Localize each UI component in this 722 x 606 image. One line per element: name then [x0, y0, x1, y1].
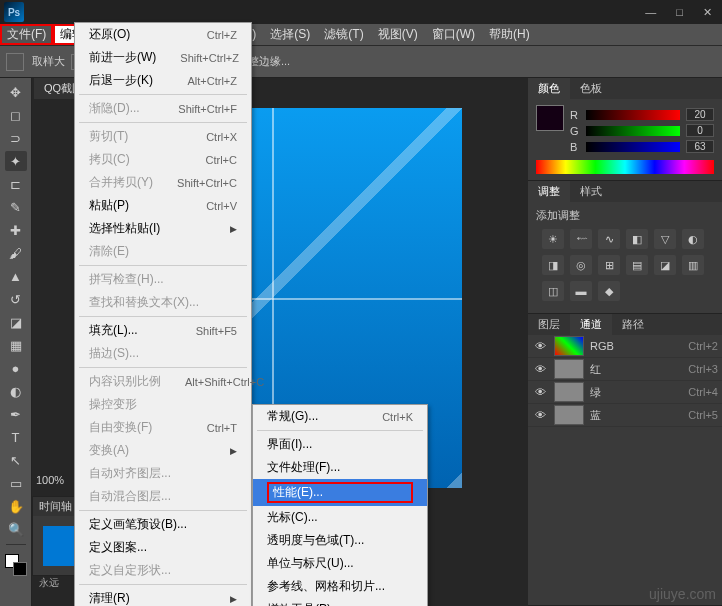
- menu-item[interactable]: 选择性粘贴(I)▶: [75, 217, 251, 240]
- adjust-photo-filter-icon[interactable]: ◎: [570, 255, 592, 275]
- wand-tool[interactable]: ✦: [5, 151, 27, 171]
- maximize-button[interactable]: □: [670, 6, 689, 19]
- eyedropper-tool[interactable]: ✎: [5, 197, 27, 217]
- blur-tool[interactable]: ●: [5, 358, 27, 378]
- tab-channels[interactable]: 通道: [570, 314, 612, 335]
- menu-item[interactable]: 单位与标尺(U)...: [253, 552, 427, 575]
- adjust-gradient-map-icon[interactable]: ▬: [570, 281, 592, 301]
- visibility-icon[interactable]: 👁: [532, 409, 548, 421]
- healing-tool[interactable]: ✚: [5, 220, 27, 240]
- eraser-tool[interactable]: ◪: [5, 312, 27, 332]
- menu-view[interactable]: 视图(V): [371, 24, 425, 45]
- adjust-bw-icon[interactable]: ◨: [542, 255, 564, 275]
- menu-item[interactable]: 前进一步(W)Shift+Ctrl+Z: [75, 46, 251, 69]
- menu-item[interactable]: 清理(R)▶: [75, 587, 251, 606]
- adjust-hue-icon[interactable]: ◐: [682, 229, 704, 249]
- menu-item[interactable]: 参考线、网格和切片...: [253, 575, 427, 598]
- r-value[interactable]: 20: [686, 108, 714, 121]
- adjust-vibrance-icon[interactable]: ▽: [654, 229, 676, 249]
- toolbox: ✥ ◻ ⊃ ✦ ⊏ ✎ ✚ 🖌 ▲ ↺ ◪ ▦ ● ◐ ✒ T ↖ ▭ ✋ 🔍: [0, 78, 32, 606]
- crop-tool[interactable]: ⊏: [5, 174, 27, 194]
- b-slider[interactable]: [586, 142, 680, 152]
- adjustments-grid: ☀ ⬳ ∿ ◧ ▽ ◐ ◨ ◎ ⊞ ▤ ◪ ▥ ◫ ▬ ◆: [536, 223, 714, 307]
- tab-adjustments[interactable]: 调整: [528, 181, 570, 202]
- menu-item: 清除(E): [75, 240, 251, 263]
- dodge-tool[interactable]: ◐: [5, 381, 27, 401]
- hand-tool[interactable]: ✋: [5, 496, 27, 516]
- menu-item[interactable]: 常规(G)...Ctrl+K: [253, 405, 427, 428]
- channel-row[interactable]: 👁绿Ctrl+4: [528, 381, 722, 404]
- color-panel: 颜色 色板 R20 G0 B63: [528, 78, 722, 181]
- channel-row[interactable]: 👁蓝Ctrl+5: [528, 404, 722, 427]
- menu-item[interactable]: 填充(L)...Shift+F5: [75, 319, 251, 342]
- tab-color[interactable]: 颜色: [528, 78, 570, 99]
- visibility-icon[interactable]: 👁: [532, 340, 548, 352]
- close-button[interactable]: ✕: [697, 6, 718, 19]
- menu-item[interactable]: 文件处理(F)...: [253, 456, 427, 479]
- gradient-tool[interactable]: ▦: [5, 335, 27, 355]
- history-brush-tool[interactable]: ↺: [5, 289, 27, 309]
- channel-shortcut: Ctrl+4: [688, 386, 718, 398]
- tab-styles[interactable]: 样式: [570, 181, 612, 202]
- r-slider[interactable]: [586, 110, 680, 120]
- tab-layers[interactable]: 图层: [528, 314, 570, 335]
- g-slider[interactable]: [586, 126, 680, 136]
- visibility-icon[interactable]: 👁: [532, 386, 548, 398]
- menu-item[interactable]: 后退一步(K)Alt+Ctrl+Z: [75, 69, 251, 92]
- channel-row[interactable]: 👁红Ctrl+3: [528, 358, 722, 381]
- menu-item[interactable]: 透明度与色域(T)...: [253, 529, 427, 552]
- adjust-posterize-icon[interactable]: ▥: [682, 255, 704, 275]
- menu-item[interactable]: 粘贴(P)Ctrl+V: [75, 194, 251, 217]
- color-preview[interactable]: [536, 105, 564, 131]
- menu-item[interactable]: 定义图案...: [75, 536, 251, 559]
- adjust-selective-icon[interactable]: ◆: [598, 281, 620, 301]
- color-swatches[interactable]: [5, 554, 27, 576]
- adjust-invert-icon[interactable]: ◪: [654, 255, 676, 275]
- adjust-curves-icon[interactable]: ∿: [598, 229, 620, 249]
- path-tool[interactable]: ↖: [5, 450, 27, 470]
- menu-select[interactable]: 选择(S): [263, 24, 317, 45]
- menu-item[interactable]: 定义画笔预设(B)...: [75, 513, 251, 536]
- spectrum-bar[interactable]: [536, 160, 714, 174]
- shape-tool[interactable]: ▭: [5, 473, 27, 493]
- menu-item[interactable]: 增效工具(P)...: [253, 598, 427, 606]
- app-logo: Ps: [4, 2, 24, 22]
- b-value[interactable]: 63: [686, 140, 714, 153]
- g-value[interactable]: 0: [686, 124, 714, 137]
- brush-tool[interactable]: 🖌: [5, 243, 27, 263]
- move-tool[interactable]: ✥: [5, 82, 27, 102]
- marquee-tool[interactable]: ◻: [5, 105, 27, 125]
- tab-swatches[interactable]: 色板: [570, 78, 612, 99]
- menu-filter[interactable]: 滤镜(T): [317, 24, 370, 45]
- lasso-tool[interactable]: ⊃: [5, 128, 27, 148]
- adjust-channel-mixer-icon[interactable]: ⊞: [598, 255, 620, 275]
- channel-shortcut: Ctrl+2: [688, 340, 718, 352]
- menu-item[interactable]: 性能(E)...: [253, 479, 427, 506]
- visibility-icon[interactable]: 👁: [532, 363, 548, 375]
- menu-file[interactable]: 文件(F): [0, 24, 53, 45]
- minimize-button[interactable]: —: [639, 6, 662, 19]
- tool-icon[interactable]: [6, 53, 24, 71]
- menu-item[interactable]: 界面(I)...: [253, 433, 427, 456]
- right-panels: 颜色 色板 R20 G0 B63 调整 样式: [528, 78, 722, 606]
- adjust-exposure-icon[interactable]: ◧: [626, 229, 648, 249]
- menu-item: 合并拷贝(Y)Shift+Ctrl+C: [75, 171, 251, 194]
- menu-item[interactable]: 光标(C)...: [253, 506, 427, 529]
- adjust-lookup-icon[interactable]: ▤: [626, 255, 648, 275]
- tab-paths[interactable]: 路径: [612, 314, 654, 335]
- menu-item[interactable]: 还原(O)Ctrl+Z: [75, 23, 251, 46]
- menu-separator: [257, 430, 423, 431]
- channel-thumb: [554, 336, 584, 356]
- menu-separator: [79, 122, 247, 123]
- adjust-brightness-icon[interactable]: ☀: [542, 229, 564, 249]
- zoom-tool[interactable]: 🔍: [5, 519, 27, 539]
- adjust-levels-icon[interactable]: ⬳: [570, 229, 592, 249]
- stamp-tool[interactable]: ▲: [5, 266, 27, 286]
- type-tool[interactable]: T: [5, 427, 27, 447]
- g-label: G: [570, 125, 580, 137]
- adjust-threshold-icon[interactable]: ◫: [542, 281, 564, 301]
- channel-row[interactable]: 👁RGBCtrl+2: [528, 335, 722, 358]
- menu-help[interactable]: 帮助(H): [482, 24, 537, 45]
- menu-window[interactable]: 窗口(W): [425, 24, 482, 45]
- pen-tool[interactable]: ✒: [5, 404, 27, 424]
